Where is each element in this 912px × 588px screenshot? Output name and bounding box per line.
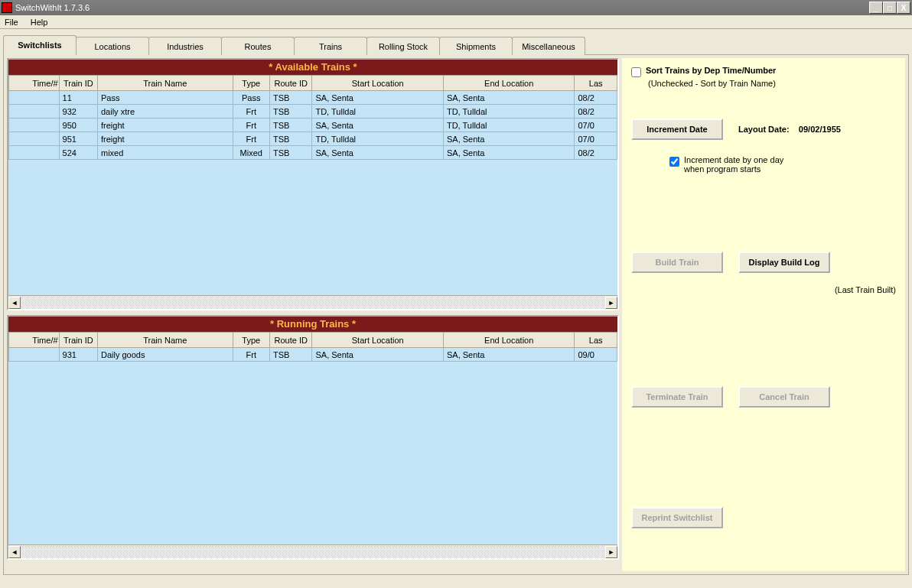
- cell-end: SA, Senta: [443, 348, 575, 362]
- build-train-button[interactable]: Build Train: [631, 252, 723, 273]
- scroll-right-icon[interactable]: ►: [605, 546, 617, 558]
- layout-date-value: 09/02/1955: [799, 125, 841, 134]
- cell-name: Pass: [98, 91, 233, 105]
- col-last[interactable]: Las: [575, 333, 617, 348]
- scroll-track[interactable]: [21, 546, 605, 558]
- tab-routes[interactable]: Routes: [221, 37, 295, 55]
- cell-start: SA, Senta: [312, 146, 444, 160]
- display-build-log-button[interactable]: Display Build Log: [738, 252, 830, 273]
- autoinc-label[interactable]: Increment date by one day when program s…: [684, 155, 783, 174]
- cell-end: TD, Tulldal: [443, 105, 575, 119]
- cell-route: TSB: [269, 119, 311, 132]
- scroll-left-icon[interactable]: ◄: [8, 546, 21, 558]
- cancel-train-button[interactable]: Cancel Train: [738, 386, 830, 408]
- cell-name: freight: [98, 119, 233, 132]
- col-last[interactable]: Las: [575, 76, 617, 91]
- cell-end: SA, Senta: [443, 132, 575, 146]
- sort-checkbox[interactable]: [631, 67, 641, 77]
- col-end[interactable]: End Location: [443, 76, 575, 91]
- close-button[interactable]: X: [897, 2, 910, 14]
- tab-miscellaneous[interactable]: Miscellaneous: [512, 37, 585, 55]
- menu-file[interactable]: File: [2, 17, 21, 28]
- available-trains-grid[interactable]: Time/# Train ID Train Name Type Route ID…: [8, 75, 617, 295]
- table-row[interactable]: 950freightFrtTSBSA, SentaTD, Tulldal07/0: [9, 119, 617, 132]
- cell-end: SA, Senta: [443, 146, 575, 160]
- cell-type: Frt: [233, 119, 269, 132]
- col-end[interactable]: End Location: [443, 333, 575, 348]
- cell-time: [9, 132, 60, 146]
- col-type[interactable]: Type: [233, 333, 269, 348]
- app-icon: [2, 2, 12, 13]
- cell-route: TSB: [269, 348, 311, 362]
- cell-route: TSB: [269, 132, 311, 146]
- table-row[interactable]: 11PassPassTSBSA, SentaSA, Senta08/2: [9, 91, 617, 105]
- col-start[interactable]: Start Location: [312, 76, 444, 91]
- maximize-button[interactable]: □: [883, 2, 897, 14]
- col-start[interactable]: Start Location: [312, 333, 444, 348]
- reprint-switchlist-button[interactable]: Reprint Switchlist: [631, 507, 723, 528]
- col-time[interactable]: Time/#: [9, 333, 60, 348]
- tabs-strip: SwitchlistsLocationsIndustriesRoutesTrai…: [3, 35, 909, 55]
- cell-time: [9, 348, 60, 362]
- col-train-name[interactable]: Train Name: [98, 76, 233, 91]
- layout-date-label: Layout Date:: [738, 125, 790, 134]
- available-hscroll[interactable]: ◄ ►: [8, 295, 617, 309]
- table-row[interactable]: 932daily xtreFrtTSBTD, TulldalTD, Tullda…: [9, 105, 617, 119]
- running-hscroll[interactable]: ◄ ►: [8, 544, 617, 558]
- cell-last: 07/0: [575, 132, 617, 146]
- cell-name: Daily goods: [98, 348, 233, 362]
- cell-id: 11: [59, 91, 97, 105]
- cell-type: Frt: [233, 348, 269, 362]
- tab-locations[interactable]: Locations: [76, 37, 149, 55]
- cell-name: daily xtre: [98, 105, 233, 119]
- cell-last: 07/0: [575, 119, 617, 132]
- cell-last: 08/2: [575, 91, 617, 105]
- cell-name: freight: [98, 132, 233, 146]
- titlebar: SwitchWithIt 1.7.3.6 _ □ X: [0, 0, 912, 15]
- cell-type: Pass: [233, 91, 269, 105]
- cell-type: Frt: [233, 132, 269, 146]
- cell-start: TD, Tulldal: [312, 132, 444, 146]
- autoinc-line1: Increment date by one day: [684, 155, 783, 164]
- tab-rolling-stock[interactable]: Rolling Stock: [366, 37, 440, 55]
- running-trains-grid[interactable]: Time/# Train ID Train Name Type Route ID…: [8, 332, 617, 544]
- table-row[interactable]: 524mixedMixedTSBSA, SentaSA, Senta08/2: [9, 146, 617, 160]
- cell-id: 951: [59, 132, 97, 146]
- tab-trains[interactable]: Trains: [294, 37, 367, 55]
- tab-industries[interactable]: Industries: [148, 37, 222, 55]
- col-train-id[interactable]: Train ID: [59, 76, 97, 91]
- scroll-left-icon[interactable]: ◄: [8, 297, 21, 309]
- sort-checkbox-label[interactable]: Sort Trains by Dep Time/Number: [646, 66, 776, 75]
- tab-shipments[interactable]: Shipments: [439, 37, 513, 55]
- table-row[interactable]: 931Daily goodsFrtTSBSA, SentaSA, Senta09…: [9, 348, 617, 362]
- menu-help[interactable]: Help: [28, 17, 51, 28]
- scroll-track[interactable]: [21, 297, 605, 309]
- cell-type: Mixed: [233, 146, 269, 160]
- minimize-button[interactable]: _: [869, 2, 883, 14]
- cell-start: TD, Tulldal: [312, 105, 444, 119]
- cell-name: mixed: [98, 146, 233, 160]
- col-time[interactable]: Time/#: [9, 76, 60, 91]
- cell-time: [9, 119, 60, 132]
- cell-start: SA, Senta: [312, 91, 444, 105]
- table-row[interactable]: 951freightFrtTSBTD, TulldalSA, Senta07/0: [9, 132, 617, 146]
- col-route[interactable]: Route ID: [269, 76, 311, 91]
- tab-switchlists[interactable]: Switchlists: [3, 35, 77, 55]
- cell-route: TSB: [269, 146, 311, 160]
- available-trains-title: * Available Trains *: [8, 60, 617, 75]
- cell-time: [9, 146, 60, 160]
- window-title: SwitchWithIt 1.7.3.6: [15, 3, 90, 12]
- increment-date-button[interactable]: Increment Date: [631, 119, 723, 140]
- scroll-right-icon[interactable]: ►: [605, 297, 617, 309]
- cell-end: TD, Tulldal: [443, 119, 575, 132]
- cell-last: 09/0: [575, 348, 617, 362]
- col-route[interactable]: Route ID: [269, 333, 311, 348]
- cell-route: TSB: [269, 105, 311, 119]
- col-train-name[interactable]: Train Name: [98, 333, 233, 348]
- running-trains-panel: * Running Trains * Time/# Train ID Train…: [7, 315, 619, 560]
- col-type[interactable]: Type: [233, 76, 269, 91]
- cell-type: Frt: [233, 105, 269, 119]
- col-train-id[interactable]: Train ID: [59, 333, 97, 348]
- terminate-train-button[interactable]: Terminate Train: [631, 386, 723, 408]
- autoinc-checkbox[interactable]: [669, 157, 679, 167]
